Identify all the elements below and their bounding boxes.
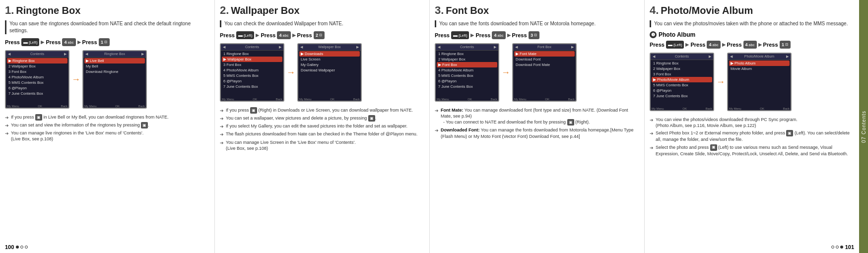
section-3-num: 3. [435, 4, 444, 17]
inline-key-4-2: ▣ [786, 130, 793, 136]
menu-item-3a-6: 6 @Playon [437, 78, 497, 84]
page-content: 1. Ringtone Box You can save the rington… [0, 0, 868, 253]
inline-key-1: ▣ [35, 114, 42, 121]
screen-4b: ◀Photo/Movie Album▶ ▶ Photo Album Movie … [727, 53, 792, 111]
menu-item-2a-6: 6 @Playon [222, 78, 282, 84]
phone-screen-4a: ◀Contents▶ 1 Ringtone Box 2 Wallpaper Bo… [650, 53, 714, 111]
screen-header-4a: ◀Contents▶ [651, 54, 713, 60]
page-number-left: 100 [5, 244, 28, 250]
menu-item-1b-3: Download Ringtone [84, 69, 145, 74]
phone-screen-2a: ◀Contents▶ 1 Ringtone Box ▶ Wallpaper Bo… [220, 43, 284, 102]
section-4-subheading: ❶ Photo Album [650, 31, 854, 38]
inline-key-2-2: ▣ [368, 115, 375, 122]
screen-3a: ◀Contents▶ 1 Ringtone Box 2 Wallpaper Bo… [435, 43, 499, 102]
section-3-screenshots: ◀Contents▶ 1 Ringtone Box 2 Wallpaper Bo… [435, 43, 639, 102]
menu-item-4a-1: 1 Ringtone Box [652, 61, 712, 66]
screen-header-1b: ◀Ringtone Box▶ [83, 51, 146, 58]
note-1-1: ➔ If you press ▣ in Live Bell or My Bell… [5, 114, 209, 121]
screen-1a: ◀Contents▶ ▶ Ringtone Box 2 Wallpaper Bo… [5, 50, 69, 109]
menu-list-4a: 1 Ringtone Box 2 Wallpaper Box 3 Font Bo… [651, 60, 713, 99]
menu-item-3b-1: ▶ Font Mate [514, 51, 575, 57]
dot-2 [20, 246, 23, 249]
note-2-2: ➔ You can set a wallapaer, view pictures… [220, 115, 424, 122]
side-tab-text: 07 Contents [861, 111, 867, 143]
screen-2a: ◀Contents▶ 1 Ringtone Box ▶ Wallpaper Bo… [220, 43, 284, 102]
page-num-100: 100 [5, 244, 14, 250]
screen-footer-3a: My MenuOKBack [435, 98, 499, 101]
section-1-num: 1. [5, 4, 14, 17]
note-4-1: ➔ You can view the photos/videos downloa… [650, 117, 854, 128]
page-num-101: 101 [845, 244, 854, 250]
section-2-num: 2. [220, 4, 229, 17]
key-menu-1: ▬ (Left) [21, 38, 40, 46]
section-1-label: Ringtone Box [16, 5, 80, 16]
menu-item-4a-6: 6 @Playon [652, 88, 712, 93]
dot-r2 [836, 246, 839, 249]
phone-screen-3b: ◀Font Box▶ ▶ Font Mate Download Font Dow… [512, 43, 577, 102]
screen-footer-4a: My MenuOKBack [650, 107, 714, 110]
menu-item-3a-1: 1 Ringtone Box [437, 51, 497, 57]
key-4-4: 4abc [707, 41, 720, 49]
note-2-3: ➔ If you select My Gallery, you can edit… [220, 123, 424, 129]
menu-list-2a: 1 Ringtone Box ▶ Wallpaper Box 3 Font Bo… [221, 51, 283, 90]
menu-item-2a-4: 4 Photo/Movie Album [222, 67, 282, 73]
section-3-title: 3. Font Box [435, 4, 639, 17]
menu-list-1a: ▶ Ringtone Box 2 Wallpaper Box 3 Font Bo… [6, 58, 68, 97]
key-4-4b: 4abc [743, 41, 757, 49]
menu-item-1a-6: 6 @Playon [7, 85, 67, 91]
section-2-title: 2. Wallpaper Box [220, 4, 424, 17]
section-1-title: 1. Ringtone Box [5, 4, 209, 17]
note-2-4: ➔ The flash pictures downloaded from Nat… [220, 131, 424, 137]
phone-screen-1a: ◀Contents▶ ▶ Ringtone Box 2 Wallpaper Bo… [5, 50, 69, 109]
key-4-3: 4abc [492, 31, 505, 39]
key-menu-4: ▬ (Left) [666, 41, 684, 49]
menu-item-1a-5: 5 MMS Contents Box [7, 80, 67, 85]
menu-item-1b-2: My Bell [84, 63, 145, 69]
menu-item-2b-2: Live Screen [299, 57, 360, 62]
section-1-desc: You can save the ringtones downloaded fr… [5, 20, 209, 34]
circle-num-1: ❶ [650, 31, 657, 38]
note-2-1: ➔ If you press ▣ (Right) in Downloads or… [220, 107, 424, 114]
screen-footer-2a: My MenuOKBack [220, 98, 284, 101]
screen-footer-1a: My MenuOKBack [5, 105, 69, 108]
key-3-3: 3⊡ [529, 31, 539, 39]
screen-footer-1b: My MenuOKBack [82, 105, 147, 108]
menu-list-3a: 1 Ringtone Box 2 Wallpaper Box ▶ Font Bo… [436, 51, 498, 90]
menu-item-4a-2: 2 Wallpaper Box [652, 66, 712, 71]
menu-item-2a-3: 3 Font Box [222, 62, 282, 67]
menu-item-1b-1: ▶ Live Bell [84, 58, 145, 63]
arrow-4: → [716, 77, 725, 87]
press-label-3-3: Press [512, 32, 527, 38]
screen-header-1a: ◀Contents▶ [6, 51, 68, 58]
press-label-1: Press [5, 39, 20, 45]
phone-screen-4b: ◀Photo/Movie Album▶ ▶ Photo Album Movie … [727, 53, 792, 111]
press-label-2: Press [46, 39, 61, 45]
menu-item-3a-2: 2 Wallpaper Box [437, 57, 497, 62]
press-label-2-3: Press [297, 32, 312, 38]
menu-item-2b-4: Download Wallpaper [299, 67, 360, 73]
menu-item-2b-3: My Gallery [299, 62, 360, 67]
note-4-3: ➔ Select the photo and press ▣ (Left) to… [650, 144, 854, 157]
note-3-2: ➔ Downloaded Font: You can manage the fo… [435, 127, 639, 139]
press-label-4-1: Press [650, 42, 665, 48]
press-label-4-4: Press [763, 42, 778, 48]
section-4-screenshots: ◀Contents▶ 1 Ringtone Box 2 Wallpaper Bo… [650, 53, 854, 111]
menu-item-2a-2: ▶ Wallpaper Box [222, 57, 282, 62]
screen-1b: ◀Ringtone Box▶ ▶ Live Bell My Bell Downl… [82, 50, 147, 109]
press-label-2-2: Press [261, 32, 275, 38]
menu-item-1a-7: 7 June Contents Box [7, 91, 67, 96]
phone-screen-3a: ◀Contents▶ 1 Ringtone Box 2 Wallpaper Bo… [435, 43, 499, 102]
key-1-4: 1⊡ [780, 41, 791, 49]
key-1-1: 1⊡ [99, 38, 110, 46]
menu-item-1a-3: 3 Font Box [7, 69, 67, 74]
sections-container: 1. Ringtone Box You can save the rington… [0, 0, 868, 253]
inline-key-4-3: ▣ [710, 144, 717, 151]
phone-screen-1b: ◀Ringtone Box▶ ▶ Live Bell My Bell Downl… [82, 50, 147, 109]
note-arrow-1-1: ➔ [5, 115, 9, 121]
note-4-2: ➔ Select Photo box 1~2 or External memor… [650, 130, 854, 142]
section-1-press-line: Press ▬ (Left) ▶ Press 4abc ▶ Press 1⊡ [5, 38, 209, 46]
menu-list-2b: ▶ Downloads Live Screen My Gallery Downl… [298, 51, 361, 73]
note-1-3: ➔ You can manage live ringtones in the '… [5, 130, 209, 142]
section-4-press-line: Press ▬ (Left) ▶ Press 4abc ▶ Press 4abc… [650, 41, 854, 49]
page-number-right: 101 [831, 244, 854, 250]
